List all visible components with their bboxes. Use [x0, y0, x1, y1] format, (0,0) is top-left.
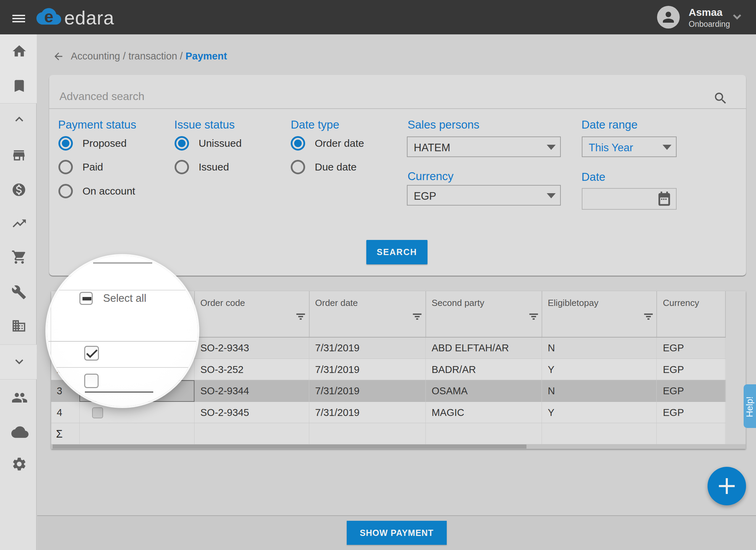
svg-text:e: e: [44, 8, 54, 26]
